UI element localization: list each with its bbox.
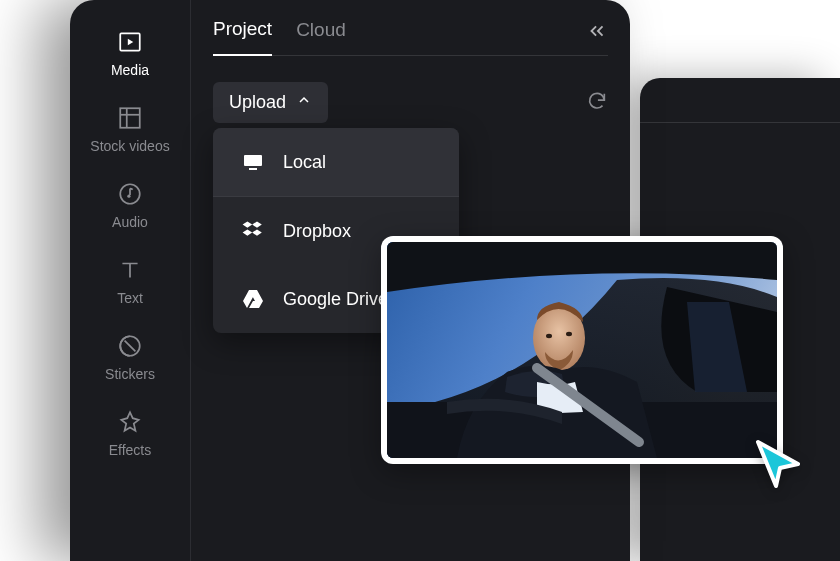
audio-icon (116, 180, 144, 208)
sidebar-item-stock-videos[interactable]: Stock videos (90, 104, 169, 154)
sidebar-item-text[interactable]: Text (116, 256, 144, 306)
dropdown-item-local[interactable]: Local (213, 128, 459, 197)
sidebar-item-effects[interactable]: Effects (109, 408, 152, 458)
tab-cloud[interactable]: Cloud (296, 19, 346, 55)
dropdown-item-label: Google Drive (283, 289, 388, 310)
sidebar-item-audio[interactable]: Audio (112, 180, 148, 230)
chevron-up-icon (296, 92, 312, 113)
dropbox-icon (241, 219, 265, 243)
google-drive-icon (241, 287, 265, 311)
svg-rect-8 (244, 155, 262, 166)
refresh-button[interactable] (586, 90, 608, 116)
cursor-icon (750, 478, 806, 495)
svg-line-7 (125, 341, 136, 352)
tab-project[interactable]: Project (213, 18, 272, 56)
collapse-panel-button[interactable] (586, 20, 608, 54)
sidebar-item-label: Audio (112, 214, 148, 230)
sidebar-item-label: Effects (109, 442, 152, 458)
sidebar-item-label: Text (117, 290, 143, 306)
media-icon (116, 28, 144, 56)
stock-videos-icon (116, 104, 144, 132)
svg-point-13 (546, 334, 552, 338)
effects-icon (116, 408, 144, 436)
sidebar-item-stickers[interactable]: Stickers (105, 332, 155, 382)
thumbnail-image (387, 242, 777, 458)
svg-rect-9 (249, 168, 257, 170)
text-icon (116, 256, 144, 284)
chevron-double-left-icon (586, 28, 608, 45)
dropdown-item-label: Local (283, 152, 326, 173)
tabs-row: Project Cloud (213, 18, 608, 56)
upload-button-label: Upload (229, 92, 286, 113)
media-thumbnail[interactable] (381, 236, 783, 464)
sidebar-item-media[interactable]: Media (111, 28, 149, 78)
refresh-icon (586, 98, 608, 115)
monitor-icon (241, 150, 265, 174)
sidebar-item-label: Media (111, 62, 149, 78)
stickers-icon (116, 332, 144, 360)
upload-button[interactable]: Upload (213, 82, 328, 123)
svg-rect-1 (120, 108, 140, 128)
sidebar-item-label: Stock videos (90, 138, 169, 154)
dropdown-item-label: Dropbox (283, 221, 351, 242)
sidebar-item-label: Stickers (105, 366, 155, 382)
svg-point-14 (566, 332, 572, 336)
sidebar: Media Stock videos Audio (70, 0, 190, 561)
cursor-pointer (750, 436, 806, 492)
svg-point-5 (127, 195, 130, 198)
upload-row: Upload (213, 82, 608, 123)
